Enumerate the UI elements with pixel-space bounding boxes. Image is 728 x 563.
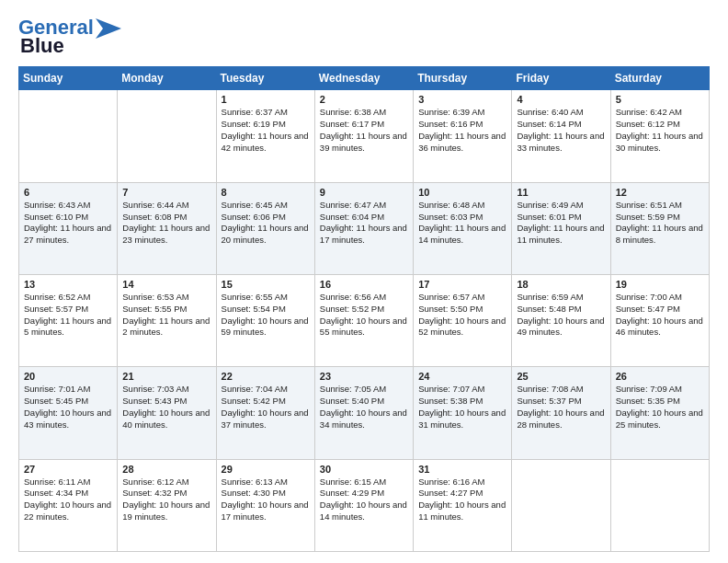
cell-text: Sunset: 5:40 PM [320,396,408,408]
cell-text: Sunrise: 6:37 AM [222,107,310,119]
day-number: 19 [616,279,704,290]
cell-text: Sunset: 4:34 PM [24,488,112,500]
cell-text: Sunrise: 6:45 AM [222,200,310,212]
header-sunday: Sunday [19,67,118,90]
cell-text: Sunrise: 6:48 AM [418,200,506,212]
day-number: 17 [418,279,506,290]
cell-text: Sunset: 5:50 PM [418,304,506,316]
cell-text: Daylight: 10 hours and 46 minutes. [616,316,704,339]
cell-text: Daylight: 10 hours and 59 minutes. [222,316,310,339]
day-number: 26 [616,371,704,382]
cell-text: Sunset: 5:57 PM [24,304,112,316]
cell-text: Daylight: 10 hours and 52 minutes. [418,316,506,339]
table-row: 22Sunrise: 7:04 AMSunset: 5:42 PMDayligh… [216,367,314,459]
calendar-week-row: 6Sunrise: 6:43 AMSunset: 6:10 PMDaylight… [19,182,710,274]
cell-text: Sunrise: 6:51 AM [616,200,704,212]
page: General Blue Sunday Monday Tuesday Wedne… [0,0,728,563]
header-thursday: Thursday [414,67,512,90]
cell-text: Sunset: 5:43 PM [122,396,210,408]
cell-text: Daylight: 11 hours and 2 minutes. [122,316,210,339]
cell-text: Daylight: 11 hours and 8 minutes. [616,223,704,247]
cell-text: Daylight: 11 hours and 33 minutes. [517,131,605,155]
table-row: 9Sunrise: 6:47 AMSunset: 6:04 PMDaylight… [314,182,413,274]
cell-text: Daylight: 11 hours and 14 minutes. [418,223,506,247]
table-row: 16Sunrise: 6:56 AMSunset: 5:52 PMDayligh… [314,275,413,367]
cell-text: Sunset: 5:42 PM [222,396,310,408]
cell-text: Daylight: 11 hours and 36 minutes. [418,131,506,155]
day-number: 2 [320,94,408,105]
day-number: 4 [517,94,605,105]
day-number: 6 [24,187,112,198]
cell-text: Daylight: 10 hours and 43 minutes. [24,408,112,431]
cell-text: Daylight: 11 hours and 27 minutes. [24,223,112,247]
header-saturday: Saturday [610,67,709,90]
table-row: 17Sunrise: 6:57 AMSunset: 5:50 PMDayligh… [414,275,512,367]
day-number: 21 [122,371,210,382]
cell-text: Daylight: 11 hours and 17 minutes. [320,223,408,247]
table-row: 20Sunrise: 7:01 AMSunset: 5:45 PMDayligh… [19,367,118,459]
cell-text: Daylight: 10 hours and 14 minutes. [320,500,408,523]
cell-text: Sunset: 6:04 PM [320,212,408,224]
table-row: 1Sunrise: 6:37 AMSunset: 6:19 PMDaylight… [216,90,314,182]
calendar-week-row: 20Sunrise: 7:01 AMSunset: 5:45 PMDayligh… [19,367,710,459]
cell-text: Sunrise: 7:01 AM [24,384,112,396]
cell-text: Daylight: 10 hours and 34 minutes. [320,408,408,431]
day-number: 28 [122,464,210,475]
table-row: 10Sunrise: 6:48 AMSunset: 6:03 PMDayligh… [414,182,512,274]
table-row: 11Sunrise: 6:49 AMSunset: 6:01 PMDayligh… [512,182,610,274]
day-number: 9 [320,187,408,198]
cell-text: Daylight: 10 hours and 11 minutes. [418,500,506,523]
day-number: 13 [24,279,112,290]
day-number: 15 [222,279,310,290]
calendar-week-row: 27Sunrise: 6:11 AMSunset: 4:34 PMDayligh… [19,459,710,551]
logo: General Blue [18,17,121,57]
cell-text: Sunset: 5:38 PM [418,396,506,408]
weekday-header-row: Sunday Monday Tuesday Wednesday Thursday… [19,67,710,90]
table-row: 15Sunrise: 6:55 AMSunset: 5:54 PMDayligh… [216,275,314,367]
cell-text: Sunrise: 6:38 AM [320,107,408,119]
day-number: 22 [222,371,310,382]
day-number: 7 [122,187,210,198]
table-row: 24Sunrise: 7:07 AMSunset: 5:38 PMDayligh… [414,367,512,459]
cell-text: Sunset: 5:37 PM [517,396,605,408]
cell-text: Daylight: 10 hours and 19 minutes. [122,500,210,523]
cell-text: Sunrise: 6:55 AM [222,292,310,304]
day-number: 29 [222,464,310,475]
cell-text: Sunset: 4:30 PM [222,488,310,500]
cell-text: Sunset: 4:32 PM [122,488,210,500]
cell-text: Sunset: 5:59 PM [616,212,704,224]
cell-text: Sunrise: 6:52 AM [24,292,112,304]
cell-text: Daylight: 11 hours and 23 minutes. [122,223,210,247]
table-row [118,90,216,182]
day-number: 10 [418,187,506,198]
cell-text: Sunset: 5:48 PM [517,304,605,316]
header-friday: Friday [512,67,610,90]
cell-text: Sunrise: 6:39 AM [418,107,506,119]
cell-text: Sunset: 6:12 PM [616,119,704,131]
calendar-week-row: 13Sunrise: 6:52 AMSunset: 5:57 PMDayligh… [19,275,710,367]
table-row: 28Sunrise: 6:12 AMSunset: 4:32 PMDayligh… [118,459,216,551]
cell-text: Sunset: 6:06 PM [222,212,310,224]
cell-text: Daylight: 11 hours and 39 minutes. [320,131,408,155]
day-number: 11 [517,187,605,198]
cell-text: Sunrise: 7:07 AM [418,384,506,396]
cell-text: Sunset: 6:03 PM [418,212,506,224]
cell-text: Daylight: 11 hours and 30 minutes. [616,131,704,155]
header: General Blue [18,17,710,57]
cell-text: Sunset: 6:16 PM [418,119,506,131]
cell-text: Sunrise: 6:11 AM [24,477,112,488]
cell-text: Sunrise: 6:47 AM [320,200,408,212]
cell-text: Sunset: 6:01 PM [517,212,605,224]
table-row: 8Sunrise: 6:45 AMSunset: 6:06 PMDaylight… [216,182,314,274]
day-number: 18 [517,279,605,290]
table-row: 31Sunrise: 6:16 AMSunset: 4:27 PMDayligh… [414,459,512,551]
cell-text: Daylight: 10 hours and 37 minutes. [222,408,310,431]
table-row [512,459,610,551]
cell-text: Sunrise: 6:16 AM [418,477,506,488]
cell-text: Sunrise: 6:53 AM [122,292,210,304]
table-row: 23Sunrise: 7:05 AMSunset: 5:40 PMDayligh… [314,367,413,459]
logo-blue: Blue [20,34,64,57]
cell-text: Sunset: 6:14 PM [517,119,605,131]
table-row [610,459,709,551]
cell-text: Sunset: 4:27 PM [418,488,506,500]
